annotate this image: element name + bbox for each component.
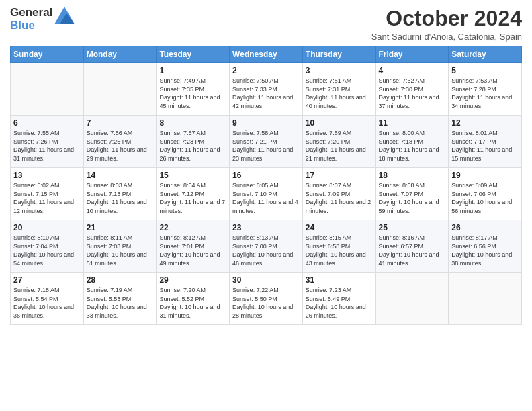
day-number: 12 — [451, 118, 519, 128]
day-number: 5 — [451, 66, 519, 75]
calendar-cell: 23Sunrise: 8:13 AM Sunset: 7:00 PM Dayli… — [230, 220, 303, 273]
calendar-week-row: 13Sunrise: 8:02 AM Sunset: 7:15 PM Dayli… — [11, 168, 522, 220]
cell-info: Sunrise: 8:10 AM Sunset: 7:04 PM Dayligh… — [13, 234, 81, 267]
cell-info: Sunrise: 8:07 AM Sunset: 7:09 PM Dayligh… — [306, 181, 373, 215]
cell-info: Sunrise: 7:52 AM Sunset: 7:30 PM Dayligh… — [379, 77, 446, 110]
calendar-cell: 15Sunrise: 8:04 AM Sunset: 7:12 PM Dayli… — [157, 168, 230, 220]
day-number: 14 — [87, 171, 154, 180]
day-number: 17 — [306, 171, 373, 180]
cell-info: Sunrise: 8:08 AM Sunset: 7:07 PM Dayligh… — [379, 181, 446, 215]
calendar-cell: 12Sunrise: 8:01 AM Sunset: 7:17 PM Dayli… — [449, 116, 522, 168]
calendar-cell: 6Sunrise: 7:55 AM Sunset: 7:26 PM Daylig… — [11, 116, 84, 168]
day-number: 30 — [232, 275, 300, 285]
day-number: 16 — [232, 171, 300, 180]
calendar-cell: 4Sunrise: 7:52 AM Sunset: 7:30 PM Daylig… — [375, 63, 449, 116]
calendar-table: Sunday Monday Tuesday Wednesday Thursday… — [10, 46, 522, 325]
calendar-cell: 31Sunrise: 7:23 AM Sunset: 5:49 PM Dayli… — [302, 273, 375, 325]
calendar-cell: 19Sunrise: 8:09 AM Sunset: 7:06 PM Dayli… — [449, 168, 522, 220]
calendar-cell: 28Sunrise: 7:19 AM Sunset: 5:53 PM Dayli… — [83, 273, 157, 325]
calendar-cell: 1Sunrise: 7:49 AM Sunset: 7:35 PM Daylig… — [157, 63, 230, 116]
cell-info: Sunrise: 8:09 AM Sunset: 7:06 PM Dayligh… — [451, 181, 519, 215]
calendar-cell: 26Sunrise: 8:17 AM Sunset: 6:56 PM Dayli… — [449, 220, 522, 273]
day-number: 20 — [13, 223, 81, 232]
calendar-cell: 8Sunrise: 7:57 AM Sunset: 7:23 PM Daylig… — [157, 116, 230, 168]
day-number: 31 — [306, 275, 373, 285]
day-number: 13 — [13, 171, 81, 180]
day-number: 18 — [379, 171, 446, 180]
calendar-cell: 27Sunrise: 7:18 AM Sunset: 5:54 PM Dayli… — [11, 273, 84, 325]
calendar-cell: 9Sunrise: 7:58 AM Sunset: 7:21 PM Daylig… — [230, 116, 303, 168]
calendar-cell — [449, 273, 522, 325]
col-tuesday: Tuesday — [157, 46, 230, 63]
calendar-cell: 21Sunrise: 8:11 AM Sunset: 7:03 PM Dayli… — [83, 220, 157, 273]
day-number: 4 — [379, 66, 446, 75]
calendar-cell: 24Sunrise: 8:15 AM Sunset: 6:58 PM Dayli… — [302, 220, 375, 273]
calendar-cell: 29Sunrise: 7:20 AM Sunset: 5:52 PM Dayli… — [157, 273, 230, 325]
day-number: 7 — [87, 118, 154, 128]
cell-info: Sunrise: 7:19 AM Sunset: 5:53 PM Dayligh… — [87, 286, 154, 320]
col-sunday: Sunday — [11, 46, 84, 63]
calendar-cell: 22Sunrise: 8:12 AM Sunset: 7:01 PM Dayli… — [157, 220, 230, 273]
calendar-cell — [11, 63, 84, 116]
day-number: 26 — [451, 223, 519, 232]
col-friday: Friday — [375, 46, 449, 63]
cell-info: Sunrise: 7:56 AM Sunset: 7:25 PM Dayligh… — [87, 129, 154, 163]
col-thursday: Thursday — [302, 46, 375, 63]
calendar-cell — [375, 273, 449, 325]
cell-info: Sunrise: 8:04 AM Sunset: 7:12 PM Dayligh… — [159, 181, 226, 215]
cell-info: Sunrise: 8:12 AM Sunset: 7:01 PM Dayligh… — [159, 234, 226, 267]
logo-line1: General — [10, 7, 52, 19]
day-number: 15 — [159, 171, 226, 180]
cell-info: Sunrise: 8:05 AM Sunset: 7:10 PM Dayligh… — [232, 181, 300, 215]
cell-info: Sunrise: 7:20 AM Sunset: 5:52 PM Dayligh… — [159, 286, 226, 320]
col-monday: Monday — [83, 46, 157, 63]
day-number: 8 — [159, 118, 226, 128]
logo-line2: Blue — [10, 19, 52, 32]
cell-info: Sunrise: 8:15 AM Sunset: 6:58 PM Dayligh… — [306, 234, 373, 267]
cell-info: Sunrise: 7:49 AM Sunset: 7:35 PM Dayligh… — [159, 77, 226, 110]
calendar-header-row: Sunday Monday Tuesday Wednesday Thursday… — [11, 46, 522, 63]
title-block: October 2024 Sant Sadurni d'Anoia, Catal… — [371, 7, 522, 42]
calendar-cell: 20Sunrise: 8:10 AM Sunset: 7:04 PM Dayli… — [11, 220, 84, 273]
cell-info: Sunrise: 8:02 AM Sunset: 7:15 PM Dayligh… — [13, 181, 81, 215]
calendar-cell: 16Sunrise: 8:05 AM Sunset: 7:10 PM Dayli… — [230, 168, 303, 220]
day-number: 2 — [232, 66, 300, 75]
calendar-cell: 3Sunrise: 7:51 AM Sunset: 7:31 PM Daylig… — [302, 63, 375, 116]
cell-info: Sunrise: 8:17 AM Sunset: 6:56 PM Dayligh… — [451, 234, 519, 267]
day-number: 24 — [306, 223, 373, 232]
calendar-cell — [83, 63, 157, 116]
day-number: 21 — [87, 223, 154, 232]
cell-info: Sunrise: 7:59 AM Sunset: 7:20 PM Dayligh… — [306, 129, 373, 163]
logo-icon — [54, 7, 75, 27]
calendar-cell: 10Sunrise: 7:59 AM Sunset: 7:20 PM Dayli… — [302, 116, 375, 168]
cell-info: Sunrise: 7:50 AM Sunset: 7:33 PM Dayligh… — [232, 77, 300, 110]
cell-info: Sunrise: 7:22 AM Sunset: 5:50 PM Dayligh… — [232, 286, 300, 320]
calendar-cell: 13Sunrise: 8:02 AM Sunset: 7:15 PM Dayli… — [11, 168, 84, 220]
cell-info: Sunrise: 8:13 AM Sunset: 7:00 PM Dayligh… — [232, 234, 300, 267]
calendar-cell: 7Sunrise: 7:56 AM Sunset: 7:25 PM Daylig… — [83, 116, 157, 168]
day-number: 1 — [159, 66, 226, 75]
day-number: 6 — [13, 118, 81, 128]
cell-info: Sunrise: 7:23 AM Sunset: 5:49 PM Dayligh… — [306, 286, 373, 320]
calendar-cell: 25Sunrise: 8:16 AM Sunset: 6:57 PM Dayli… — [375, 220, 449, 273]
month-title: October 2024 — [371, 7, 522, 30]
calendar-week-row: 27Sunrise: 7:18 AM Sunset: 5:54 PM Dayli… — [11, 273, 522, 325]
cell-info: Sunrise: 7:18 AM Sunset: 5:54 PM Dayligh… — [13, 286, 81, 320]
cell-info: Sunrise: 8:00 AM Sunset: 7:18 PM Dayligh… — [379, 129, 446, 163]
calendar-cell: 14Sunrise: 8:03 AM Sunset: 7:13 PM Dayli… — [83, 168, 157, 220]
day-number: 10 — [306, 118, 373, 128]
cell-info: Sunrise: 7:58 AM Sunset: 7:21 PM Dayligh… — [232, 129, 300, 163]
day-number: 3 — [306, 66, 373, 75]
day-number: 22 — [159, 223, 226, 232]
calendar-week-row: 20Sunrise: 8:10 AM Sunset: 7:04 PM Dayli… — [11, 220, 522, 273]
cell-info: Sunrise: 7:51 AM Sunset: 7:31 PM Dayligh… — [306, 77, 373, 110]
day-number: 27 — [13, 275, 81, 285]
location-subtitle: Sant Sadurni d'Anoia, Catalonia, Spain — [371, 32, 522, 42]
day-number: 11 — [379, 118, 446, 128]
logo: General Blue — [10, 7, 75, 32]
calendar-cell: 17Sunrise: 8:07 AM Sunset: 7:09 PM Dayli… — [302, 168, 375, 220]
calendar-week-row: 1Sunrise: 7:49 AM Sunset: 7:35 PM Daylig… — [11, 63, 522, 116]
day-number: 29 — [159, 275, 226, 285]
col-saturday: Saturday — [449, 46, 522, 63]
calendar-cell: 5Sunrise: 7:53 AM Sunset: 7:28 PM Daylig… — [449, 63, 522, 116]
